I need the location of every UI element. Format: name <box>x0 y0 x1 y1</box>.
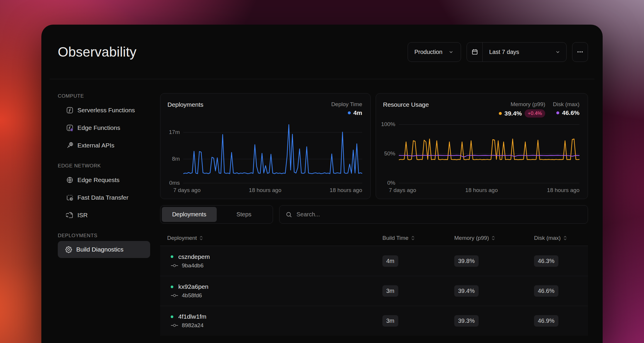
legend-label-disk: Disk (max) <box>553 101 579 108</box>
card-title: Resource Usage <box>383 101 429 108</box>
deployments-chart-card: Deployments Deploy Time 4m <box>160 93 371 199</box>
chevron-down-icon <box>448 49 454 55</box>
sidebar-item-label: Fast Data Transfer <box>77 194 128 201</box>
y-axis: 100%50%0% <box>383 124 399 183</box>
sidebar-item-build-diagnostics[interactable]: Build Diagnostics <box>58 241 150 258</box>
x-axis: 7 days ago18 hours ago18 hours ago <box>389 187 579 193</box>
fast-data-transfer-icon <box>66 194 74 201</box>
header: Observability Production Last 7 days <box>41 25 603 79</box>
deployment-name: cszndepem <box>178 253 210 260</box>
resource-usage-chart: 100%50%0% 7 days ago18 hours ago18 hours… <box>383 124 579 193</box>
build-time-badge: 3m <box>382 285 398 297</box>
disk-badge: 46.6% <box>534 285 558 297</box>
function-icon <box>66 106 74 114</box>
search-input[interactable] <box>296 211 582 218</box>
sidebar-item-edge-functions[interactable]: Edge Functions <box>58 119 150 137</box>
commit-icon <box>171 323 178 327</box>
resource-usage-chart-card: Resource Usage Memory (p99) 39.4% +0.4% <box>376 93 588 199</box>
table-view-tabs: Deployments Steps <box>160 205 273 224</box>
memory-badge: 39.3% <box>454 315 479 327</box>
build-time-badge: 3m <box>382 315 398 327</box>
memory-badge: 39.4% <box>454 285 479 297</box>
table-row[interactable]: 4f1dlw1fm 8982a24 3m 39.3% 46.9% <box>160 306 588 336</box>
app-window: Observability Production Last 7 days <box>41 25 603 343</box>
globe-icon <box>66 176 74 184</box>
column-header-deployment[interactable]: Deployment <box>160 235 382 241</box>
chevron-down-icon <box>555 49 561 55</box>
gear-icon <box>65 246 72 253</box>
edge-function-icon <box>66 124 74 132</box>
commit-hash: 9ba4db6 <box>182 262 204 269</box>
calendar-icon[interactable] <box>467 43 483 62</box>
sidebar-item-external-apis[interactable]: External APIs <box>58 137 150 154</box>
chart-plot-area <box>399 124 579 183</box>
legend-value-deploy-time: 4m <box>353 109 362 116</box>
sidebar: COMPUTE Serverless Functions Edge Functi… <box>58 93 150 336</box>
sidebar-section-deployments: DEPLOYMENTS <box>58 233 150 239</box>
chart-plot-area <box>183 124 362 183</box>
x-axis: 7 days ago18 hours ago18 hours ago <box>173 187 362 193</box>
date-range-dropdown[interactable]: Last 7 days <box>467 42 567 62</box>
memory-badge: 39.8% <box>454 255 479 267</box>
environment-label: Production <box>414 49 443 55</box>
sidebar-item-serverless-functions[interactable]: Serverless Functions <box>58 101 150 119</box>
y-axis: 17m8m0ms <box>167 124 183 183</box>
deployments-table: Deployment Build Time Memory (p99) Disk … <box>160 230 588 336</box>
sort-icon <box>492 235 495 241</box>
sidebar-item-label: External APIs <box>77 142 114 149</box>
column-header-build-time[interactable]: Build Time <box>382 235 454 241</box>
status-dot <box>171 255 173 258</box>
search-icon <box>285 211 292 218</box>
tab-steps[interactable]: Steps <box>217 207 272 222</box>
commit-hash: 8982a24 <box>182 322 204 329</box>
search-bar[interactable] <box>279 205 588 224</box>
tab-deployments[interactable]: Deployments <box>162 207 217 222</box>
table-header-row: Deployment Build Time Memory (p99) Disk … <box>160 230 588 246</box>
ellipsis-icon <box>577 48 584 55</box>
legend-value-disk: 46.6% <box>562 109 579 116</box>
environment-dropdown[interactable]: Production <box>408 42 461 62</box>
table-row[interactable]: kx92a6pen 4b58fd6 3m 39.4% 46.6% <box>160 276 588 306</box>
commit-icon <box>171 264 178 268</box>
legend-dot-purple <box>556 111 559 114</box>
deployment-name: 4f1dlw1fm <box>178 313 206 320</box>
commit-icon <box>171 293 178 298</box>
sidebar-item-edge-requests[interactable]: Edge Requests <box>58 171 150 189</box>
deploy-time-chart: 17m8m0ms 7 days ago18 hours ago18 hours … <box>167 124 362 193</box>
deployment-name: kx92a6pen <box>178 283 209 290</box>
memory-delta-badge: +0.4% <box>525 109 545 118</box>
card-title: Deployments <box>167 101 204 108</box>
date-range-label: Last 7 days <box>489 49 519 55</box>
sidebar-item-isr[interactable]: ISR <box>58 206 150 224</box>
sidebar-item-label: Edge Requests <box>77 176 120 184</box>
sidebar-item-label: Serverless Functions <box>77 107 135 114</box>
header-divider <box>50 79 594 79</box>
sidebar-item-label: ISR <box>77 212 88 219</box>
page-title: Observability <box>58 44 136 60</box>
legend-value-memory: 39.4% <box>504 110 522 117</box>
legend-label-deploy-time: Deploy Time <box>331 101 362 108</box>
status-dot <box>171 286 173 288</box>
isr-icon <box>66 211 74 219</box>
table-row[interactable]: cszndepem 9ba4db6 4m 39.8% 46.3% <box>160 246 588 276</box>
sidebar-item-label: Build Diagnostics <box>76 246 123 253</box>
legend-dot-orange <box>499 112 502 115</box>
legend-label-memory: Memory (p99) <box>511 101 545 108</box>
status-dot <box>171 315 173 318</box>
sidebar-section-edge-network: EDGE NETWORK <box>58 163 150 169</box>
sort-icon <box>563 235 567 241</box>
disk-badge: 46.3% <box>534 255 558 267</box>
column-header-disk[interactable]: Disk (max) <box>534 235 588 241</box>
build-time-badge: 4m <box>382 255 398 267</box>
sidebar-section-compute: COMPUTE <box>58 93 150 99</box>
more-options-button[interactable] <box>572 42 588 62</box>
column-header-memory[interactable]: Memory (p99) <box>454 235 534 241</box>
disk-badge: 46.9% <box>534 315 558 327</box>
external-api-icon <box>66 142 74 149</box>
sort-icon <box>199 235 203 241</box>
sidebar-item-fast-data-transfer[interactable]: Fast Data Transfer <box>58 189 150 206</box>
sidebar-item-label: Edge Functions <box>77 124 120 131</box>
commit-hash: 4b58fd6 <box>182 292 202 299</box>
sort-icon <box>411 235 415 241</box>
legend-dot-blue <box>348 111 351 114</box>
